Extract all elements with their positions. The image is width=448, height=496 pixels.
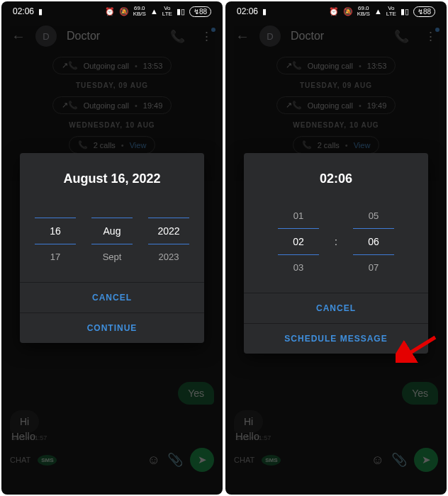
volte-icon: VoLTE	[162, 6, 172, 17]
outgoing-call-icon: ↗📞	[62, 61, 78, 70]
message-out[interactable]: Yes	[402, 382, 438, 405]
sms-chip-label[interactable]: SMS	[38, 455, 57, 466]
battery-indicator: ↯88	[413, 6, 435, 17]
month-column: Aug Sept	[91, 203, 133, 269]
signal-icon: ▮▯	[177, 7, 185, 16]
wifi-icon: ▲	[150, 7, 158, 16]
call-log-item[interactable]: ↗📞 Outgoing call • 19:49	[52, 96, 172, 114]
call-log-item[interactable]: 📞 2 calls • View	[293, 136, 380, 154]
chat-chip-label[interactable]: CHAT	[10, 456, 30, 464]
call-icon: 📞	[302, 140, 312, 150]
time-picker-dialog: 02:06 01 02 03 : 05 06 07 CANCEL SCHEDUL…	[244, 153, 428, 354]
year-column: 2022 2023	[148, 203, 189, 269]
avatar[interactable]: D	[35, 26, 57, 47]
outgoing-call-icon: ↗📞	[62, 101, 78, 110]
compose-area: Hello CHAT SMS ☺ 📎 ➤	[1, 424, 223, 472]
cancel-button[interactable]: CANCEL	[244, 293, 428, 323]
dialog-title: 02:06	[244, 153, 428, 201]
status-bar: 02:06 ▮ ⏰ 🔕 69.0KB/S ▲ VoLTE ▮▯ ↯88	[225, 1, 447, 20]
attach-icon[interactable]: 📎	[391, 452, 407, 468]
outgoing-call-icon: ↗📞	[286, 61, 302, 70]
call-icon[interactable]: 📞	[394, 29, 409, 44]
date-separator: WEDNESDAY, 10 AUG	[1, 121, 223, 129]
net-speed: 69.0KB/S	[133, 6, 146, 17]
message-input[interactable]: Hello	[234, 424, 438, 448]
volte-icon: VoLTE	[386, 6, 396, 17]
date-picker-dialog: August 16, 2022 16 17 Aug Sept 2022 2023…	[20, 153, 204, 343]
status-time: 02:06	[237, 6, 258, 16]
sms-chip-label[interactable]: SMS	[262, 455, 281, 466]
date-picker[interactable]: 16 17 Aug Sept 2022 2023	[20, 201, 204, 272]
call-log-item[interactable]: ↗📞 Outgoing call • 13:53	[276, 57, 396, 74]
message-input[interactable]: Hello	[10, 424, 214, 448]
dialog-title: August 16, 2022	[20, 153, 204, 201]
attach-icon[interactable]: 📎	[167, 452, 183, 468]
alarm-icon: ⏰	[105, 7, 115, 16]
compose-area: Hello CHAT SMS ☺ 📎 ➤	[225, 424, 447, 472]
chat-header: ← D Doctor 📞 ⋮	[225, 20, 447, 52]
phone-left: 02:06 ▮ ⏰ 🔕 69.0KB/S ▲ VoLTE ▮▯ ↯88 ← D …	[1, 1, 223, 495]
status-time: 02:06	[13, 6, 34, 16]
more-icon[interactable]: ⋮	[425, 29, 437, 44]
contact-name[interactable]: Doctor	[291, 30, 384, 43]
call-icon[interactable]: 📞	[170, 29, 185, 44]
call-log-item[interactable]: ↗📞 Outgoing call • 19:49	[276, 96, 396, 114]
time-colon: :	[335, 236, 337, 247]
continue-button[interactable]: CONTINUE	[20, 312, 204, 343]
signal-icon: ▮▯	[401, 7, 409, 16]
cancel-button[interactable]: CANCEL	[20, 282, 204, 312]
battery-indicator: ↯88	[189, 6, 211, 17]
sim-icon: ▮	[38, 7, 43, 16]
minute-column: 05 06 07	[353, 203, 394, 280]
call-icon: 📞	[78, 140, 88, 150]
alarm-icon: ⏰	[329, 7, 339, 16]
mute-icon: 🔕	[119, 7, 129, 16]
more-icon[interactable]: ⋮	[201, 29, 213, 44]
chat-header: ← D Doctor 📞 ⋮	[1, 20, 223, 52]
wifi-icon: ▲	[374, 7, 382, 16]
day-column: 16 17	[35, 203, 76, 269]
send-button[interactable]: ➤	[190, 448, 214, 472]
emoji-icon[interactable]: ☺	[371, 453, 384, 468]
mute-icon: 🔕	[343, 7, 353, 16]
contact-name[interactable]: Doctor	[67, 30, 160, 43]
hour-column: 01 02 03	[278, 203, 319, 280]
call-log-item[interactable]: 📞 2 calls • View	[69, 136, 156, 154]
phone-right: 02:06 ▮ ⏰ 🔕 69.0KB/S ▲ VoLTE ▮▯ ↯88 ← D …	[225, 1, 447, 495]
sim-icon: ▮	[262, 7, 267, 16]
emoji-icon[interactable]: ☺	[147, 453, 160, 468]
send-button[interactable]: ➤	[414, 448, 438, 472]
date-separator: WEDNESDAY, 10 AUG	[225, 121, 447, 129]
date-separator: TUESDAY, 09 AUG	[225, 81, 447, 89]
back-icon[interactable]: ←	[11, 28, 26, 45]
chat-chip-label[interactable]: CHAT	[234, 456, 254, 464]
message-out[interactable]: Yes	[178, 382, 214, 405]
avatar[interactable]: D	[259, 26, 281, 47]
call-log-item[interactable]: ↗📞 Outgoing call • 13:53	[52, 57, 172, 74]
status-bar: 02:06 ▮ ⏰ 🔕 69.0KB/S ▲ VoLTE ▮▯ ↯88	[1, 1, 223, 20]
date-separator: TUESDAY, 09 AUG	[1, 81, 223, 89]
schedule-message-button[interactable]: SCHEDULE MESSAGE	[244, 323, 428, 354]
back-icon[interactable]: ←	[235, 28, 250, 45]
net-speed: 69.0KB/S	[357, 6, 370, 17]
outgoing-call-icon: ↗📞	[286, 101, 302, 110]
time-picker[interactable]: 01 02 03 : 05 06 07	[244, 201, 428, 283]
